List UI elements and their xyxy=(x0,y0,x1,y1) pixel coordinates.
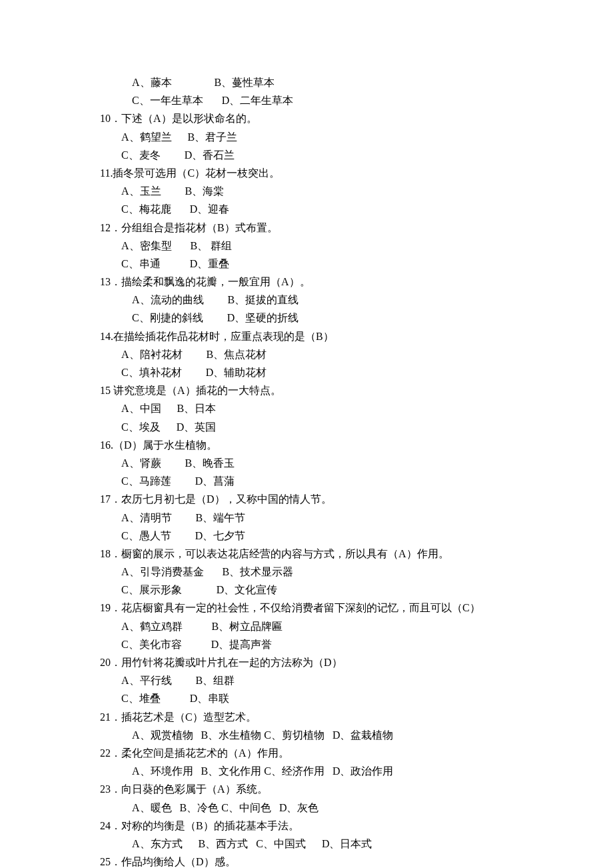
question-text: 16.（D）属于水生植物。 xyxy=(100,436,513,454)
option-row: A、流动的曲线 B、挺拔的直线 xyxy=(100,291,513,309)
question-text: 24．对称的均衡是（B）的插花基本手法。 xyxy=(100,817,513,835)
option-row: A、鹤立鸡群 B、树立品牌匾 xyxy=(100,617,513,635)
option-row: C、堆叠 D、串联 xyxy=(100,689,513,707)
question-text: 14.在描绘插花作品花材时，应重点表现的是（B） xyxy=(100,327,513,345)
option-row: A、肾蕨 B、晚香玉 xyxy=(100,454,513,472)
option-row: A、观赏植物 B、水生植物 C、剪切植物 D、盆栽植物 xyxy=(100,726,513,744)
option-row: A、密集型 B、 群组 xyxy=(100,237,513,255)
option-row: A、引导消费基金 B、技术显示器 xyxy=(100,563,513,581)
option-row: A、中国 B、日本 xyxy=(100,399,513,417)
option-row: A、东方式 B、西方式 C、中国式 D、日本式 xyxy=(100,835,513,853)
question-text: 11.插冬景可选用（C）花材一枝突出。 xyxy=(100,164,513,182)
question-text: 13．描绘柔和飘逸的花瓣，一般宜用（A）。 xyxy=(100,273,513,291)
option-row: A、玉兰 B、海棠 xyxy=(100,182,513,200)
option-row: A、陪衬花材 B、焦点花材 xyxy=(100,345,513,363)
option-row: A、平行线 B、组群 xyxy=(100,671,513,689)
question-text: 15 讲究意境是（A）插花的一大特点。 xyxy=(100,381,513,399)
question-text: 10．下述（A）是以形状命名的。 xyxy=(100,109,513,127)
option-row: C、展示形象 D、文化宣传 xyxy=(100,581,513,599)
option-row: C、填补花材 D、辅助花材 xyxy=(100,363,513,381)
question-text: 25．作品均衡给人（D）感。 xyxy=(100,853,513,868)
question-text: 18．橱窗的展示，可以表达花店经营的内容与方式，所以具有（A）作用。 xyxy=(100,545,513,563)
document-page: A、藤本 B、蔓性草本C、一年生草本 D、二年生草本10．下述（A）是以形状命名… xyxy=(0,0,613,868)
option-row: C、串通 D、重叠 xyxy=(100,255,513,273)
question-text: 19．花店橱窗具有一定的社会性，不仅给消费者留下深刻的记忆，而且可以（C） xyxy=(100,599,513,617)
question-text: 17．农历七月初七是（D），又称中国的情人节。 xyxy=(100,490,513,508)
question-text: 20．用竹针将花瓣或叶片扎在一起的方法称为（D） xyxy=(100,653,513,671)
option-row: C、美化市容 D、提高声誉 xyxy=(100,635,513,653)
option-row: C、梅花鹿 D、迎春 xyxy=(100,200,513,218)
option-row: A、藤本 B、蔓性草本 xyxy=(100,73,513,91)
option-row: C、埃及 D、英国 xyxy=(100,418,513,436)
option-row: C、一年生草本 D、二年生草本 xyxy=(100,91,513,109)
option-row: C、马蹄莲 D、菖蒲 xyxy=(100,472,513,490)
question-text: 23．向日葵的色彩属于（A）系统。 xyxy=(100,780,513,798)
question-text: 21．插花艺术是（C）造型艺术。 xyxy=(100,708,513,726)
option-row: A、暖色 B、冷色 C、中间色 D、灰色 xyxy=(100,799,513,817)
option-row: C、愚人节 D、七夕节 xyxy=(100,527,513,545)
option-row: A、环境作用 B、文化作用 C、经济作用 D、政治作用 xyxy=(100,762,513,780)
option-row: A、清明节 B、端午节 xyxy=(100,509,513,527)
question-text: 12．分组组合是指花材（B）式布置。 xyxy=(100,219,513,237)
option-row: C、刚捷的斜线 D、坚硬的折线 xyxy=(100,309,513,327)
option-row: A、鹤望兰 B、君子兰 xyxy=(100,128,513,146)
option-row: C、麦冬 D、香石兰 xyxy=(100,146,513,164)
question-text: 22．柔化空间是插花艺术的（A）作用。 xyxy=(100,744,513,762)
